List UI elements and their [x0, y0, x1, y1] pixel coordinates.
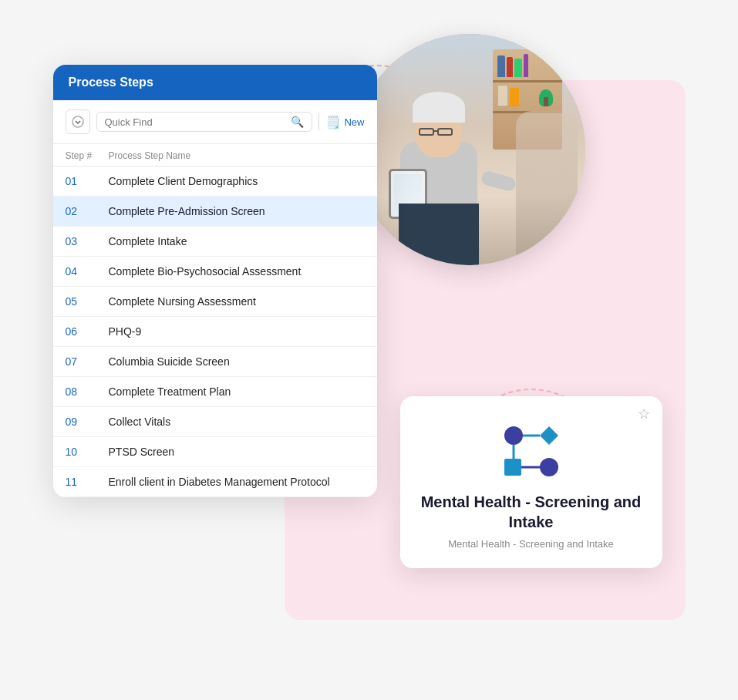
step-number: 03 [66, 235, 109, 247]
search-icon: 🔍 [291, 116, 304, 128]
table-row[interactable]: 02Complete Pre-Admission Screen [53, 197, 377, 227]
step-number: 11 [66, 476, 109, 488]
scene: ☆ Mental Health - Screening and Intake M… [22, 19, 716, 681]
card-icon-area [419, 418, 644, 480]
table-row[interactable]: 01Complete Client Demographics [53, 167, 377, 197]
step-number: 10 [66, 446, 109, 458]
step-name: Complete Nursing Assessment [109, 295, 365, 308]
step-name: Complete Pre-Admission Screen [109, 205, 365, 217]
step-name: Complete Bio-Psychosocial Assessment [109, 265, 365, 278]
panel-toolbar: 🔍 🗒️ New [53, 100, 377, 144]
step-name: Complete Client Demographics [109, 175, 365, 187]
step-number: 04 [66, 265, 109, 278]
step-name: Columbia Suicide Screen [109, 355, 365, 368]
table-header: Step # Process Step Name [53, 144, 377, 167]
toolbar-divider [318, 113, 319, 131]
table-row[interactable]: 04Complete Bio-Psychosocial Assessment [53, 257, 377, 287]
table-row[interactable]: 10PTSD Screen [53, 437, 377, 467]
filter-button[interactable] [66, 109, 90, 134]
step-number: 02 [66, 205, 109, 217]
svg-point-3 [540, 458, 558, 476]
step-number: 06 [66, 325, 109, 338]
svg-point-7 [72, 116, 83, 127]
table-row[interactable]: 03Complete Intake [53, 227, 377, 257]
table-row[interactable]: 05Complete Nursing Assessment [53, 287, 377, 317]
step-number: 07 [66, 355, 109, 368]
step-number: 05 [66, 295, 109, 308]
new-button[interactable]: 🗒️ New [325, 115, 364, 130]
card-title: Mental Health - Screening and Intake [419, 492, 644, 532]
card-subtitle: Mental Health - Screening and Intake [419, 538, 644, 550]
star-button[interactable]: ☆ [638, 406, 650, 422]
svg-rect-2 [504, 459, 521, 476]
table-row[interactable]: 06PHQ-9 [53, 317, 377, 347]
svg-marker-1 [540, 426, 558, 445]
svg-point-0 [504, 426, 523, 445]
col-name-header: Process Step Name [109, 150, 365, 161]
process-flow-icon [497, 420, 566, 478]
panel-title: Process Steps [69, 76, 153, 89]
process-steps-panel: Process Steps 🔍 🗒️ New Step # Process St… [53, 65, 377, 497]
step-name: Complete Treatment Plan [109, 385, 365, 398]
step-name: PTSD Screen [109, 446, 365, 458]
col-step-header: Step # [66, 150, 109, 161]
table-body: 01Complete Client Demographics02Complete… [53, 167, 377, 497]
step-number: 01 [66, 175, 109, 187]
new-label: New [344, 116, 364, 128]
step-number: 08 [66, 385, 109, 398]
table-row[interactable]: 08Complete Treatment Plan [53, 377, 377, 407]
search-input[interactable] [105, 116, 287, 128]
panel-header: Process Steps [53, 65, 377, 100]
table-row[interactable]: 11Enroll client in Diabetes Management P… [53, 467, 377, 497]
step-name: Collect Vitals [109, 416, 365, 428]
chevron-down-icon [72, 116, 84, 128]
step-number: 09 [66, 416, 109, 428]
table-row[interactable]: 07Columbia Suicide Screen [53, 347, 377, 377]
step-name: Complete Intake [109, 235, 365, 247]
info-card: ☆ Mental Health - Screening and Intake M… [400, 396, 662, 568]
search-box: 🔍 [96, 112, 313, 132]
table-row[interactable]: 09Collect Vitals [53, 407, 377, 437]
new-icon: 🗒️ [325, 115, 341, 130]
step-name: PHQ-9 [109, 325, 365, 338]
hero-photo [354, 34, 585, 265]
step-name: Enroll client in Diabetes Management Pro… [109, 476, 365, 488]
